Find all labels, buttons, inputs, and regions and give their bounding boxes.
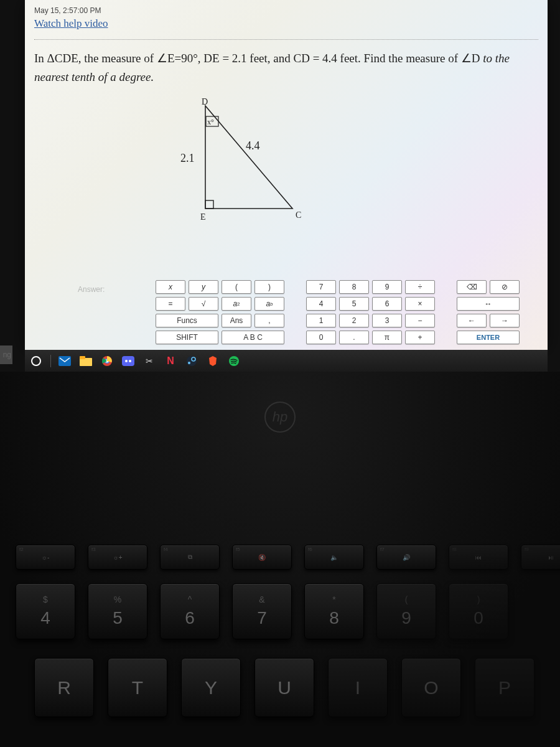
key-7[interactable]: 7	[306, 280, 336, 294]
spotify-icon[interactable]	[225, 352, 243, 370]
key-6[interactable]: 6	[372, 297, 402, 311]
physical-key-9[interactable]: (9	[376, 583, 436, 639]
key-ans[interactable]: Ans	[222, 314, 251, 327]
sidebar-fragment: ng	[0, 345, 12, 364]
physical-f7[interactable]: f7🔊	[376, 545, 436, 570]
question-part1: In ΔCDE, the measure of ∠E=90°, DE = 2.1…	[34, 52, 483, 65]
key-enter[interactable]: ENTER	[457, 331, 520, 344]
physical-key-u[interactable]: U	[254, 658, 314, 717]
physical-letter-row: RTYUIOP	[34, 658, 534, 717]
laptop-body: hp f2☼-f3☼+f4⧉f5🔇f6🔈f7🔊f8⏮f9⏯f10⏭ $4%5^6…	[0, 372, 560, 747]
key-dot[interactable]: .	[339, 331, 369, 344]
side-de: 2.1	[180, 152, 195, 164]
taskbar-divider	[49, 352, 52, 370]
physical-key-5[interactable]: %5	[88, 583, 147, 639]
question-text: In ΔCDE, the measure of ∠E=90°, DE = 2.1…	[34, 49, 538, 87]
physical-number-row: $4%5^6&7*8(9)0	[16, 583, 508, 639]
svg-rect-4	[58, 356, 71, 366]
key-divide[interactable]: ÷	[405, 280, 435, 294]
physical-key-0[interactable]: )0	[449, 583, 508, 639]
key-8[interactable]: 8	[339, 280, 369, 294]
key-clear[interactable]: ⊘	[490, 280, 520, 294]
key-2[interactable]: 2	[339, 314, 369, 327]
angle-label: x°	[207, 118, 214, 126]
triangle-diagram: x° D E C 2.1 4.4	[168, 100, 305, 224]
key-rparen[interactable]: )	[254, 280, 284, 294]
vertex-e: E	[200, 212, 206, 222]
file-explorer-icon[interactable]	[77, 352, 95, 370]
key-backspace[interactable]: ⌫	[457, 280, 487, 294]
key-0[interactable]: 0	[306, 331, 336, 344]
keypad-group-vars: x y ( ) = √ a2 ab Funcs Ans , SHIFT A B …	[156, 280, 284, 344]
physical-key-r[interactable]: R	[34, 658, 94, 717]
steam-icon[interactable]	[183, 352, 200, 370]
key-square[interactable]: a2	[222, 297, 251, 311]
key-pi[interactable]: π	[372, 331, 402, 344]
keypad-group-control: ⌫ ⊘ ↔ ← → ENTER	[457, 280, 520, 344]
key-1[interactable]: 1	[306, 314, 336, 327]
svg-point-15	[188, 362, 190, 364]
key-equals[interactable]: =	[156, 297, 185, 311]
notes-icon[interactable]: N	[162, 352, 179, 370]
physical-f2[interactable]: f2☼-	[16, 545, 75, 570]
watch-help-video-link[interactable]: Watch help video	[34, 17, 108, 30]
key-abc[interactable]: A B C	[222, 331, 284, 344]
key-y[interactable]: y	[189, 280, 218, 294]
key-plus[interactable]: +	[405, 331, 435, 344]
svg-rect-10	[122, 356, 134, 366]
key-shift[interactable]: SHIFT	[156, 331, 218, 344]
key-lparen[interactable]: (	[222, 280, 251, 294]
physical-key-4[interactable]: $4	[16, 583, 75, 639]
physical-f9[interactable]: f9⏯	[521, 545, 560, 570]
cortana-icon[interactable]	[27, 352, 45, 370]
physical-key-t[interactable]: T	[108, 658, 167, 717]
svg-point-12	[129, 360, 131, 362]
physical-f8[interactable]: f8⏮	[449, 545, 508, 570]
physical-key-y[interactable]: Y	[181, 658, 241, 717]
key-left[interactable]: ←	[457, 314, 487, 327]
divider	[34, 39, 538, 40]
snip-icon[interactable]: ✂	[141, 352, 158, 370]
key-comma[interactable]: ,	[254, 314, 284, 327]
physical-key-6[interactable]: ^6	[160, 583, 220, 639]
key-x[interactable]: x	[156, 280, 185, 294]
physical-f4[interactable]: f4⧉	[160, 545, 220, 570]
brave-icon[interactable]	[204, 352, 222, 370]
physical-f6[interactable]: f6🔈	[304, 545, 364, 570]
key-5[interactable]: 5	[339, 297, 369, 311]
svg-rect-1	[205, 200, 213, 209]
timestamp: May 15, 2:57:00 PM	[34, 6, 538, 15]
key-sqrt[interactable]: √	[189, 297, 218, 311]
key-9[interactable]: 9	[372, 280, 402, 294]
physical-key-i[interactable]: I	[328, 658, 388, 717]
svg-point-11	[125, 360, 128, 362]
key-right[interactable]: →	[490, 314, 520, 327]
physical-key-o[interactable]: O	[401, 658, 461, 717]
vertex-c: C	[296, 210, 301, 220]
svg-point-3	[32, 357, 40, 365]
onscreen-keypad: x y ( ) = √ a2 ab Funcs Ans , SHIFT A B …	[156, 280, 520, 344]
physical-f5[interactable]: f5🔇	[232, 545, 292, 570]
physical-key-8[interactable]: *8	[304, 583, 364, 639]
key-4[interactable]: 4	[306, 297, 336, 311]
key-funcs[interactable]: Funcs	[156, 314, 218, 327]
windows-taskbar: ✂ N	[25, 350, 548, 372]
vertex-d: D	[202, 97, 208, 106]
physical-key-7[interactable]: &7	[232, 583, 292, 639]
key-power[interactable]: ab	[254, 297, 284, 311]
key-minus[interactable]: −	[405, 314, 435, 327]
physical-f3[interactable]: f3☼+	[88, 545, 147, 570]
discord-icon[interactable]	[119, 352, 137, 370]
key-leftright[interactable]: ↔	[457, 297, 520, 311]
mail-icon[interactable]	[56, 352, 73, 370]
hp-logo: hp	[264, 402, 296, 433]
problem-page: May 15, 2:57:00 PM Watch help video In Δ…	[25, 0, 548, 350]
svg-rect-6	[80, 356, 85, 359]
answer-label: Answer:	[78, 285, 105, 294]
side-cd: 4.4	[246, 139, 260, 152]
key-3[interactable]: 3	[372, 314, 402, 327]
keypad-group-numbers: 7 8 9 ÷ 4 5 6 × 1 2 3 − 0 . π +	[306, 280, 435, 344]
physical-key-p[interactable]: P	[475, 658, 534, 717]
chrome-icon[interactable]	[98, 352, 116, 370]
key-multiply[interactable]: ×	[405, 297, 435, 311]
